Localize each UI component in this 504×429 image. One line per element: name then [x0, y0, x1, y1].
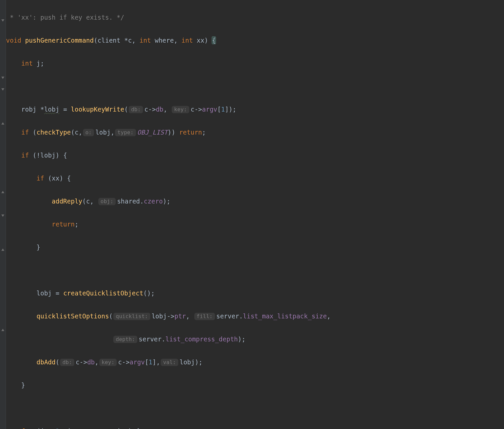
param-hint: db:: [129, 106, 143, 113]
var-lobj: lobj: [44, 106, 59, 113]
fold-icon[interactable]: [1, 18, 5, 22]
code-area[interactable]: * 'xx': push if key exists. */ void push…: [6, 0, 504, 429]
code-editor[interactable]: * 'xx': push if key exists. */ void push…: [0, 0, 504, 429]
gutter: [0, 0, 6, 429]
param-hint: key:: [99, 359, 117, 366]
fold-icon[interactable]: [1, 328, 5, 332]
comment: * 'xx': push if key exists. */: [6, 14, 124, 21]
fold-icon[interactable]: [1, 75, 5, 80]
param-hint: val:: [161, 359, 178, 366]
fold-icon[interactable]: [1, 190, 5, 195]
fold-icon[interactable]: [1, 122, 5, 126]
param-hint: depth:: [113, 336, 137, 343]
param-hint: obj:: [98, 198, 116, 205]
param-hint: type:: [115, 129, 136, 136]
brace-open-highlight: {: [212, 37, 216, 44]
param-hint: fill:: [194, 313, 215, 320]
fold-icon[interactable]: [1, 248, 5, 252]
function-name: pushGenericCommand: [25, 37, 94, 44]
keyword-void: void: [6, 37, 21, 44]
fold-icon[interactable]: [1, 213, 5, 217]
param-hint: quicklist:: [113, 313, 150, 320]
param-hint: o:: [83, 129, 94, 136]
param-hint: db:: [60, 359, 74, 366]
param-hint: key:: [172, 106, 189, 113]
fold-icon[interactable]: [1, 87, 5, 91]
